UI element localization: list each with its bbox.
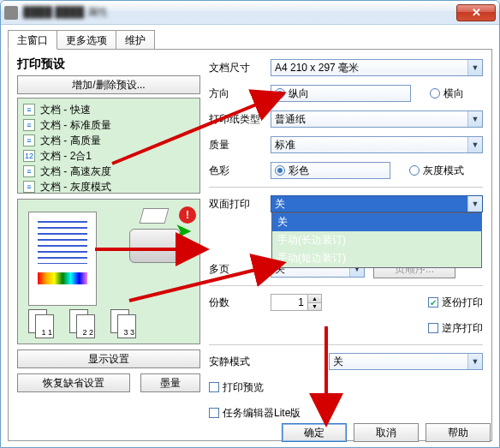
copies-label: 份数: [209, 296, 271, 310]
orientation-label: 方向: [209, 87, 271, 101]
presets-heading: 打印预设: [17, 57, 200, 72]
ink-levels-button[interactable]: 墨量: [140, 373, 200, 392]
ok-button[interactable]: 确定: [282, 423, 347, 442]
chevron-down-icon: ▼: [467, 137, 482, 152]
tab-main[interactable]: 主窗口: [8, 30, 57, 50]
copies-spinner[interactable]: 1 ▲▼: [271, 294, 322, 311]
color-color-radio[interactable]: 彩色: [271, 162, 390, 179]
color-label: 色彩: [209, 164, 271, 178]
right-column: 文档尺寸 A4 210 x 297 毫米▼ 方向 纵向 横向 打印纸类型 普通纸…: [209, 57, 483, 427]
papertype-label: 打印纸类型: [209, 112, 271, 127]
spin-up-icon[interactable]: ▲: [307, 295, 321, 303]
copies-value: 1: [271, 295, 307, 310]
preview-pane: ➤ ! 1 1 2 2 3 3: [17, 199, 200, 344]
dialog-footer: 确定 取消 帮助: [282, 423, 491, 442]
docsize-label: 文档尺寸: [209, 61, 271, 75]
orientation-landscape-radio[interactable]: 横向: [430, 87, 464, 101]
close-icon: ✕: [472, 6, 481, 19]
print-preview-checkbox[interactable]: 打印预览: [209, 380, 264, 395]
lite-editor-checkbox[interactable]: 任务编辑器Lite版: [209, 406, 301, 421]
divider: [209, 344, 483, 345]
copies-thumb-icon: 1 1: [28, 309, 54, 338]
left-column: 打印预设 增加/删除预设... ≡文档 - 快速 ≡文档 - 标准质量 ≡文档 …: [17, 57, 200, 427]
duplex-option-shortedge[interactable]: 手动(短边装订): [272, 249, 481, 267]
preset-list[interactable]: ≡文档 - 快速 ≡文档 - 标准质量 ≡文档 - 高质量 12文档 - 2合1…: [17, 98, 200, 194]
divider: [209, 187, 483, 188]
show-settings-button[interactable]: 显示设置: [17, 349, 200, 368]
titlebar[interactable]: ████ ████ 属性 ✕: [1, 1, 499, 25]
content-area: 主窗口 更多选项 维护 打印预设 增加/删除预设... ≡文档 - 快速 ≡文档…: [1, 25, 499, 447]
quality-select[interactable]: 标准▼: [271, 136, 483, 153]
list-item[interactable]: ≡文档 - 灰度模式: [23, 179, 194, 194]
tab-more[interactable]: 更多选项: [57, 30, 116, 49]
close-button[interactable]: ✕: [456, 4, 496, 21]
quality-label: 质量: [209, 138, 271, 152]
duplex-label: 双面打印: [209, 197, 271, 212]
list-item[interactable]: ≡文档 - 标准质量: [23, 117, 194, 133]
spin-down-icon[interactable]: ▼: [307, 303, 321, 311]
collate-checkbox[interactable]: ✔逐份打印: [428, 296, 483, 310]
properties-dialog: ████ ████ 属性 ✕ 主窗口 更多选项 维护 打印预设 增加/删除预设.…: [0, 0, 500, 448]
orientation-portrait-radio[interactable]: 纵向: [271, 85, 411, 102]
docsize-select[interactable]: A4 210 x 297 毫米▼: [271, 59, 483, 76]
alert-icon: !: [179, 206, 196, 224]
doc-icon: ≡: [23, 104, 35, 116]
doc-icon: ≡: [23, 119, 35, 131]
page-preview-icon: [28, 212, 97, 306]
doc-icon: 12: [23, 150, 35, 162]
cancel-button[interactable]: 取消: [354, 423, 419, 442]
list-item[interactable]: 12文档 - 2合1: [23, 148, 194, 164]
copies-thumb-icon: 2 2: [69, 309, 95, 338]
multipage-label: 多页: [209, 262, 271, 277]
chevron-down-icon: ▼: [467, 354, 482, 369]
app-icon: [4, 6, 18, 20]
tab-maintenance[interactable]: 维护: [116, 30, 155, 49]
list-item[interactable]: ≡文档 - 高速灰度: [23, 164, 194, 179]
tabbar: 主窗口 更多选项 维护: [8, 30, 492, 49]
chevron-down-icon: ▼: [467, 196, 482, 212]
quietmode-label: 安静模式: [209, 355, 329, 369]
printer-icon: ➤: [124, 208, 188, 263]
chevron-down-icon: ▼: [467, 111, 482, 127]
doc-icon: ≡: [23, 181, 35, 193]
duplex-option-longedge[interactable]: 手动(长边装订): [272, 231, 481, 249]
list-item[interactable]: ≡文档 - 快速: [23, 102, 194, 117]
chevron-down-icon: ▼: [467, 60, 482, 75]
doc-icon: ≡: [23, 165, 35, 177]
tab-main-page: 打印预设 增加/删除预设... ≡文档 - 快速 ≡文档 - 标准质量 ≡文档 …: [8, 49, 492, 441]
list-item[interactable]: ≡文档 - 高质量: [23, 133, 194, 148]
duplex-select[interactable]: 关▼ 关 手动(长边装订) 手动(短边装订): [271, 195, 483, 212]
divider: [209, 285, 483, 286]
duplex-option-off[interactable]: 关: [272, 213, 481, 231]
duplex-options-list: 关 手动(长边装订) 手动(短边装订): [271, 212, 482, 268]
restore-defaults-button[interactable]: 恢复缺省设置: [17, 373, 130, 392]
copies-thumb-icon: 3 3: [110, 309, 136, 338]
papertype-select[interactable]: 普通纸▼: [271, 111, 483, 128]
doc-icon: ≡: [23, 134, 35, 146]
add-remove-presets-button[interactable]: 增加/删除预设...: [17, 75, 200, 94]
quietmode-select[interactable]: 关▼: [329, 353, 483, 370]
help-button[interactable]: 帮助: [426, 423, 491, 442]
color-gray-radio[interactable]: 灰度模式: [409, 164, 464, 178]
reverse-checkbox[interactable]: 逆序打印: [428, 321, 483, 336]
window-title: ████ ████ 属性: [23, 5, 456, 20]
